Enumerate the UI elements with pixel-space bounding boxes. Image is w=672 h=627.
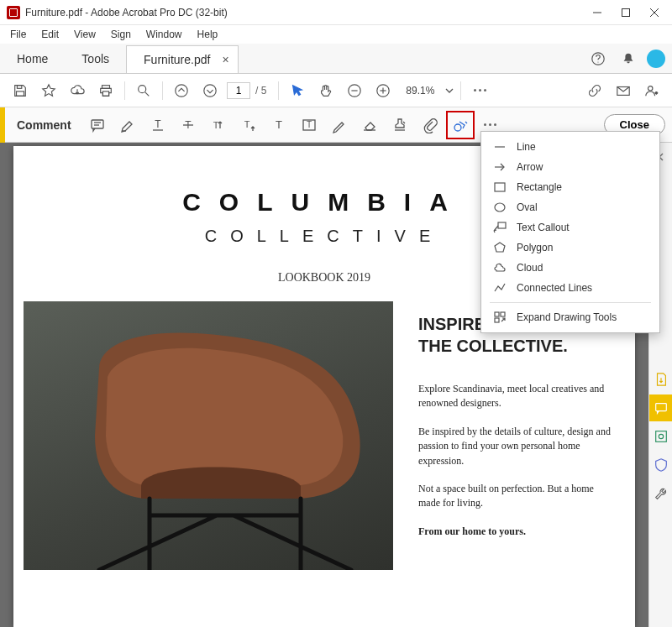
tab-home[interactable]: Home xyxy=(0,44,65,73)
zoom-in-button[interactable] xyxy=(371,79,395,102)
doc-hero-image xyxy=(24,301,393,570)
svg-point-13 xyxy=(204,84,216,96)
star-button[interactable] xyxy=(37,79,60,102)
svg-rect-37 xyxy=(655,404,666,411)
rail-export-pdf[interactable] xyxy=(649,366,673,393)
more-tools-button[interactable] xyxy=(468,79,491,102)
rail-comment-active[interactable] xyxy=(649,394,673,421)
window-maximize-button[interactable] xyxy=(612,1,640,24)
svg-rect-45 xyxy=(495,312,499,316)
cloud-button[interactable] xyxy=(66,79,89,102)
tab-tools[interactable]: Tools xyxy=(65,44,126,73)
page-total-label: / 5 xyxy=(255,85,266,97)
underline-tool[interactable]: T xyxy=(144,111,172,139)
window-title: Furniture.pdf - Adobe Acrobat Pro DC (32… xyxy=(25,7,228,18)
dd-polygon[interactable]: Polygon xyxy=(481,238,659,258)
page-down-button[interactable] xyxy=(198,79,222,102)
dd-line[interactable]: Line xyxy=(481,137,659,157)
help-button[interactable] xyxy=(586,47,610,71)
text-box-tool[interactable]: T xyxy=(295,111,323,139)
doc-p3: Not a space built on perfection. But a h… xyxy=(418,482,613,511)
print-button[interactable] xyxy=(94,79,118,102)
svg-rect-47 xyxy=(495,318,499,322)
svg-rect-46 xyxy=(501,312,505,316)
page-up-button[interactable] xyxy=(170,79,193,102)
tab-close-icon[interactable]: × xyxy=(222,53,228,66)
svg-point-39 xyxy=(659,434,663,438)
svg-rect-38 xyxy=(655,431,666,442)
stamp-tool[interactable] xyxy=(386,111,414,139)
notifications-button[interactable] xyxy=(617,47,640,71)
acrobat-app-icon xyxy=(7,6,20,19)
zoom-out-button[interactable] xyxy=(343,79,366,102)
page-number-input[interactable] xyxy=(227,82,250,99)
svg-text:T: T xyxy=(244,119,249,129)
share-people-button[interactable] xyxy=(640,79,664,102)
dd-cloud[interactable]: Cloud xyxy=(481,258,659,278)
insert-text-tool[interactable]: T xyxy=(234,111,263,139)
menu-file[interactable]: File xyxy=(3,27,33,42)
zoom-dropdown-icon[interactable] xyxy=(445,86,454,95)
doc-copy: INSPIRED BYTHE COLLECTIVE. Explore Scand… xyxy=(418,301,625,570)
titlebar: Furniture.pdf - Adobe Acrobat Pro DC (32… xyxy=(0,0,672,25)
doc-p1: Explore Scandinavia, meet local creative… xyxy=(418,382,613,411)
svg-text:T: T xyxy=(213,120,218,130)
svg-point-20 xyxy=(648,86,653,90)
attachment-tool[interactable] xyxy=(416,111,444,139)
replace-text-tool[interactable]: T xyxy=(204,111,233,139)
dd-connected-lines[interactable]: Connected Lines xyxy=(481,278,659,298)
drawing-tools-button[interactable] xyxy=(446,111,475,139)
menu-edit[interactable]: Edit xyxy=(34,27,66,42)
doc-p4: From our home to yours. xyxy=(418,525,613,539)
highlight-tool[interactable] xyxy=(113,111,142,139)
dd-oval[interactable]: Oval xyxy=(481,197,659,217)
comment-label: Comment xyxy=(7,118,81,132)
dd-rectangle[interactable]: Rectangle xyxy=(481,177,659,197)
svg-text:T: T xyxy=(307,120,312,129)
menu-view[interactable]: View xyxy=(67,27,102,42)
rail-more-tools[interactable] xyxy=(649,480,673,507)
menubar: File Edit View Sign Window Help xyxy=(0,25,672,44)
sticky-note-tool[interactable] xyxy=(83,111,112,139)
rail-protect[interactable] xyxy=(649,452,673,478)
zoom-level[interactable]: 89.1% xyxy=(400,82,440,99)
svg-rect-6 xyxy=(17,85,21,88)
svg-rect-7 xyxy=(17,91,24,95)
svg-line-11 xyxy=(145,91,150,96)
drawing-tools-dropdown: Line Arrow Rectangle Oval Text Callout P… xyxy=(480,131,660,333)
rail-organize[interactable] xyxy=(649,423,673,450)
dd-arrow[interactable]: Arrow xyxy=(481,157,659,177)
svg-rect-1 xyxy=(622,8,630,16)
account-avatar[interactable] xyxy=(647,50,665,68)
svg-point-5 xyxy=(597,61,598,62)
tab-document[interactable]: Furniture.pdf × xyxy=(126,45,239,73)
svg-rect-42 xyxy=(495,183,505,191)
menu-window[interactable]: Window xyxy=(139,27,189,42)
email-button[interactable] xyxy=(612,79,635,102)
pencil-tool[interactable] xyxy=(325,111,354,139)
dd-text-callout[interactable]: Text Callout xyxy=(481,217,659,238)
selection-tool[interactable] xyxy=(286,79,309,102)
add-text-tool[interactable]: T xyxy=(265,111,293,139)
dd-expand[interactable]: Expand Drawing Tools xyxy=(481,307,659,327)
window-close-button[interactable] xyxy=(640,1,669,24)
menu-sign[interactable]: Sign xyxy=(104,27,138,42)
window-minimize-button[interactable] xyxy=(583,1,612,24)
svg-point-10 xyxy=(139,85,146,92)
share-link-button[interactable] xyxy=(583,79,606,102)
svg-rect-44 xyxy=(498,222,506,228)
svg-point-43 xyxy=(495,203,505,212)
main-toolbar: / 5 89.1% xyxy=(0,74,672,107)
tab-document-label: Furniture.pdf xyxy=(144,53,210,66)
svg-text:T: T xyxy=(276,118,282,131)
save-button[interactable] xyxy=(8,79,32,102)
strikethrough-tool[interactable]: T xyxy=(174,111,202,139)
tabs-row: Home Tools Furniture.pdf × xyxy=(0,44,672,74)
find-button[interactable] xyxy=(132,79,155,102)
svg-point-12 xyxy=(176,84,187,96)
hand-tool[interactable] xyxy=(314,79,338,102)
menu-help[interactable]: Help xyxy=(191,27,225,42)
eraser-tool[interactable] xyxy=(355,111,384,139)
doc-p2: Be inspired by the details of culture, d… xyxy=(418,425,613,468)
svg-rect-22 xyxy=(92,120,103,128)
